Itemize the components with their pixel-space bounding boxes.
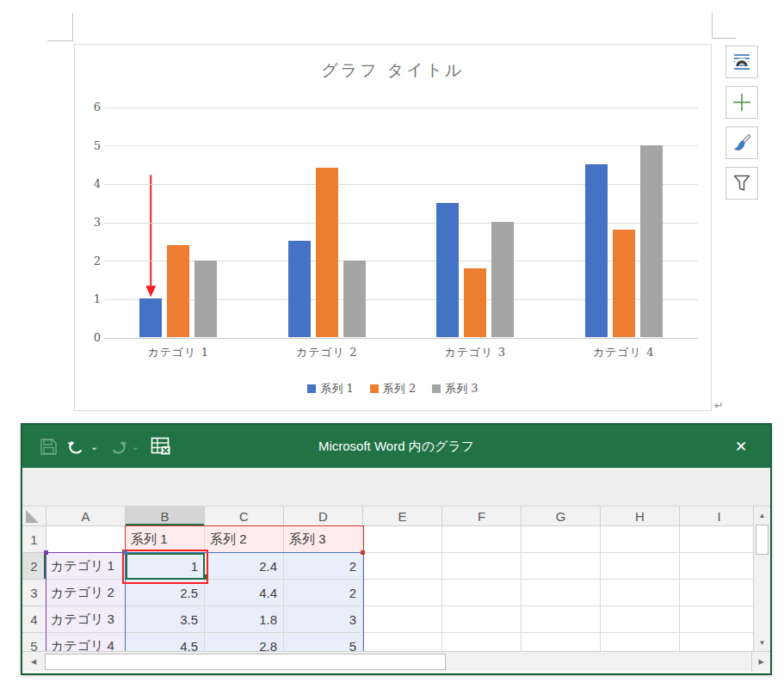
- x-axis-category-label[interactable]: カテゴリ 3: [401, 345, 550, 360]
- cell-C2[interactable]: 2.4: [205, 553, 284, 580]
- cell-G1[interactable]: [522, 526, 601, 553]
- row-header-5[interactable]: 5: [22, 633, 46, 651]
- cell-D5[interactable]: 5: [284, 633, 363, 651]
- cell-E5[interactable]: [363, 633, 442, 651]
- cell-H1[interactable]: [601, 526, 680, 553]
- column-header-C[interactable]: C: [205, 507, 284, 526]
- legend-item-系列 3[interactable]: 系列 3: [432, 381, 478, 396]
- row-header-4[interactable]: 4: [22, 606, 46, 633]
- x-axis-category-label[interactable]: カテゴリ 2: [253, 345, 402, 360]
- vertical-scroll-thumb[interactable]: [756, 525, 769, 555]
- cell-C4[interactable]: 1.8: [205, 606, 284, 633]
- bar-系列 3-カテゴリ 1[interactable]: [194, 261, 217, 337]
- cell-H4[interactable]: [601, 606, 680, 633]
- cell-H2[interactable]: [601, 553, 680, 580]
- cell-G3[interactable]: [522, 580, 601, 606]
- horizontal-scroll-thumb[interactable]: [45, 654, 446, 670]
- bar-系列 2-カテゴリ 3[interactable]: [464, 268, 486, 337]
- bar-系列 2-カテゴリ 2[interactable]: [316, 168, 338, 337]
- cell-A3[interactable]: カテゴリ 2: [46, 580, 126, 606]
- redo-button[interactable]: ⌄: [107, 437, 139, 457]
- cell-G4[interactable]: [522, 606, 601, 633]
- undo-dropdown-icon[interactable]: ⌄: [90, 442, 98, 452]
- cell-G2[interactable]: [522, 553, 601, 580]
- cell-B5[interactable]: 4.5: [126, 633, 205, 651]
- cell-A4[interactable]: カテゴリ 3: [46, 606, 126, 633]
- bar-系列 1-カテゴリ 1[interactable]: [139, 298, 162, 337]
- cell-D3[interactable]: 2: [284, 580, 363, 606]
- column-header-D[interactable]: D: [284, 507, 363, 526]
- cell-F1[interactable]: [442, 526, 522, 553]
- cell-C1[interactable]: 系列 2: [205, 526, 284, 553]
- cell-F2[interactable]: [442, 553, 522, 580]
- cell-D1[interactable]: 系列 3: [284, 526, 363, 553]
- chart-elements-button[interactable]: [725, 86, 758, 119]
- cell-B4[interactable]: 3.5: [126, 606, 205, 633]
- cell-D4[interactable]: 3: [284, 606, 363, 633]
- cell-E3[interactable]: [363, 580, 442, 606]
- cell-E2[interactable]: [363, 553, 442, 580]
- column-header-B[interactable]: B: [126, 507, 205, 526]
- bar-系列 3-カテゴリ 3[interactable]: [491, 222, 514, 337]
- chart-styles-button[interactable]: [725, 126, 758, 159]
- row-header-1[interactable]: 1: [22, 526, 46, 553]
- cell-F3[interactable]: [442, 580, 522, 606]
- column-header-G[interactable]: G: [522, 507, 601, 526]
- cell-B2[interactable]: 1: [126, 553, 205, 580]
- close-button[interactable]: ✕: [724, 425, 758, 468]
- undo-button[interactable]: ⌄: [66, 437, 98, 457]
- x-axis-category-label[interactable]: カテゴリ 4: [550, 345, 699, 360]
- bar-系列 1-カテゴリ 3[interactable]: [436, 203, 459, 337]
- bar-系列 1-カテゴリ 2[interactable]: [288, 241, 311, 337]
- bar-系列 2-カテゴリ 4[interactable]: [613, 230, 635, 337]
- column-header-F[interactable]: F: [442, 507, 522, 526]
- cell-B1[interactable]: 系列 1: [126, 526, 205, 553]
- row-header-3[interactable]: 3: [22, 580, 46, 606]
- legend-item-系列 2[interactable]: 系列 2: [370, 381, 416, 396]
- layout-options-button[interactable]: [725, 46, 758, 78]
- select-all-corner[interactable]: [22, 507, 46, 526]
- cell-F5[interactable]: [442, 633, 522, 651]
- cell-F4[interactable]: [442, 606, 522, 633]
- edit-data-in-excel-button[interactable]: [151, 437, 171, 456]
- scroll-right-button[interactable]: ▶: [751, 652, 770, 672]
- cell-C3[interactable]: 4.4: [205, 580, 284, 606]
- scroll-up-button[interactable]: ▲: [754, 507, 770, 524]
- cell-A5[interactable]: カテゴリ 4: [46, 633, 126, 651]
- bar-系列 3-カテゴリ 2[interactable]: [343, 261, 366, 337]
- cell-I2[interactable]: [680, 553, 753, 580]
- cell-I1[interactable]: [680, 526, 753, 553]
- cell-C5[interactable]: 2.8: [205, 633, 284, 651]
- cell-H3[interactable]: [601, 580, 680, 606]
- cell-A2[interactable]: カテゴリ 1: [46, 553, 126, 580]
- cell-E1[interactable]: [363, 526, 442, 553]
- bar-系列 1-カテゴリ 4[interactable]: [585, 164, 608, 337]
- chart-filters-button[interactable]: [725, 167, 758, 200]
- scroll-left-button[interactable]: ◀: [22, 652, 45, 672]
- row-header-2[interactable]: 2: [22, 553, 46, 580]
- bar-系列 3-カテゴリ 4[interactable]: [640, 145, 663, 337]
- titlebar[interactable]: ⌄ ⌄: [22, 425, 770, 468]
- bar-系列 2-カテゴリ 1[interactable]: [167, 245, 189, 337]
- cell-A1[interactable]: [46, 526, 126, 553]
- cell-E4[interactable]: [363, 606, 442, 633]
- cell-I5[interactable]: [680, 633, 753, 651]
- save-button[interactable]: [40, 438, 58, 456]
- cell-B3[interactable]: 2.5: [126, 580, 205, 606]
- cell-D2[interactable]: 2: [284, 553, 363, 580]
- scroll-down-button[interactable]: ▼: [754, 634, 770, 651]
- column-header-H[interactable]: H: [601, 507, 680, 526]
- legend-item-系列 1[interactable]: 系列 1: [307, 381, 353, 396]
- column-header-I[interactable]: I: [680, 507, 753, 526]
- x-axis-category-label[interactable]: カテゴリ 1: [104, 345, 253, 360]
- vertical-scrollbar[interactable]: ▲ ▼: [753, 507, 770, 651]
- column-header-E[interactable]: E: [363, 507, 442, 526]
- chart-title[interactable]: グラフ タイトル: [75, 59, 711, 82]
- cell-I3[interactable]: [680, 580, 753, 606]
- horizontal-scrollbar[interactable]: ◀ ▶: [22, 651, 770, 672]
- embedded-chart[interactable]: グラフ タイトル 0123456 カテゴリ 1カテゴリ 2カテゴリ 3カテゴリ …: [74, 44, 712, 411]
- cell-G5[interactable]: [522, 633, 601, 651]
- cell-I4[interactable]: [680, 606, 753, 633]
- column-header-A[interactable]: A: [46, 507, 126, 526]
- cell-H5[interactable]: [601, 633, 680, 651]
